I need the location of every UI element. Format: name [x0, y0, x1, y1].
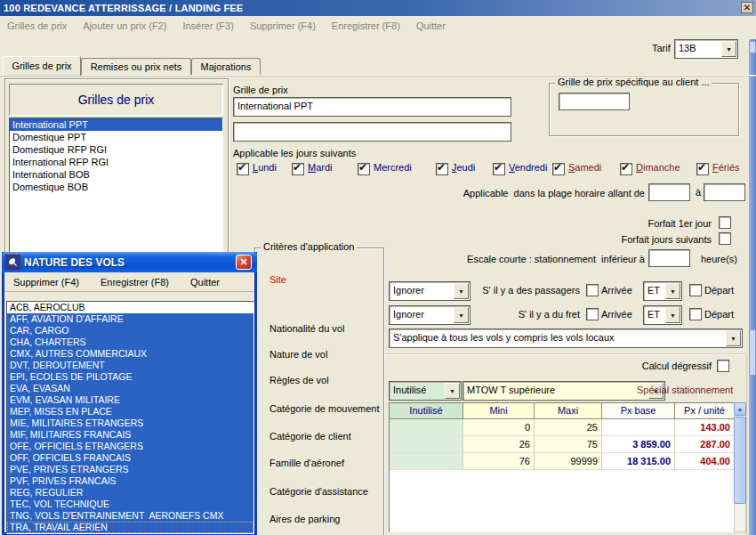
list-item[interactable]: PVE, PRIVES ETRANGERS: [7, 464, 253, 475]
list-item[interactable]: DVT, DEROUTEMENT: [7, 360, 253, 371]
col-header-mini[interactable]: Mini: [463, 403, 535, 419]
criteria-link-site[interactable]: Site: [269, 274, 286, 285]
fret-arrivee-checkbox[interactable]: [586, 308, 599, 320]
nature-menu-quitter[interactable]: Quitter: [190, 277, 220, 288]
pax-operator-select[interactable]: ET▼: [643, 281, 682, 301]
pax-mode-select[interactable]: Ignorer▼: [389, 281, 470, 301]
cell-maxi[interactable]: 75: [535, 436, 602, 453]
tab-grilles-de-prix[interactable]: Grilles de prix: [3, 56, 81, 76]
col-header-px-unite[interactable]: Px / unité: [675, 403, 735, 419]
time-from-input[interactable]: [648, 183, 690, 201]
list-item[interactable]: MIE, MILITAIRES ETRANGERS: [7, 417, 253, 429]
cell-mini[interactable]: 26: [463, 436, 535, 453]
main-scrollbar[interactable]: [749, 39, 756, 535]
list-item[interactable]: International PPT: [10, 118, 222, 131]
menu-item-enregistrer[interactable]: Enregistrer (F8): [332, 20, 400, 31]
nature-titlebar[interactable]: NATURE DES VOLS: [2, 252, 257, 272]
list-item[interactable]: EPI, ECOLES DE PILOTAGE: [7, 371, 253, 383]
list-item[interactable]: International BOB: [10, 168, 222, 181]
day-checkbox-samedi[interactable]: [552, 163, 565, 175]
day-checkbox-vendredi[interactable]: [493, 163, 505, 175]
menu-item-supprimer[interactable]: Supprimer (F4): [250, 20, 316, 31]
cell-px-base[interactable]: 3 859.00: [602, 436, 675, 453]
list-item[interactable]: CHA, CHARTERS: [7, 336, 253, 348]
chevron-down-icon[interactable]: ▼: [665, 307, 680, 323]
cell-px-unite[interactable]: 287.00: [675, 436, 735, 453]
list-item[interactable]: TNG, VOLS D'ENTRAINEMENT AERONEFS CMX: [7, 510, 253, 522]
list-item[interactable]: Domestique BOB: [10, 181, 222, 193]
cell-maxi[interactable]: 25: [535, 419, 602, 436]
cell-px-base[interactable]: [602, 419, 675, 436]
criteria-link-aires-de-parking[interactable]: Aires de parking: [269, 514, 341, 524]
tarif-select[interactable]: 13B ▼: [674, 39, 738, 59]
list-item[interactable]: CAR, CARGO: [7, 325, 253, 336]
vols-scope-select[interactable]: S'applique à tous les vols y compris les…: [389, 328, 743, 348]
table-scrollbar-thumb[interactable]: [734, 417, 746, 504]
cell-mini[interactable]: 0: [463, 419, 535, 436]
list-item[interactable]: ACB, AEROCLUB: [7, 302, 253, 313]
close-icon[interactable]: ✕: [236, 255, 252, 270]
tab-majorations[interactable]: Majorations: [191, 58, 261, 76]
mtow-select[interactable]: MTOW T supérieure▼: [462, 381, 665, 401]
menu-item-inserer[interactable]: Insérer (F3): [182, 20, 233, 31]
forfait-next-checkbox[interactable]: [719, 232, 731, 245]
chevron-down-icon[interactable]: ▼: [726, 330, 741, 346]
menu-item-grilles[interactable]: Grilles de prix: [7, 20, 67, 31]
cell-inutilise[interactable]: [390, 419, 463, 436]
cell-px-base[interactable]: 18 315.00: [602, 453, 675, 470]
day-checkbox-jeudi[interactable]: [436, 163, 448, 175]
list-item[interactable]: MEP, MISES EN PLACE: [7, 406, 253, 417]
unused-select[interactable]: Inutilisé▼: [389, 381, 462, 401]
list-item[interactable]: TEC, VOL TECHNIQUE: [7, 499, 253, 510]
day-checkbox-mardi[interactable]: [292, 163, 304, 175]
col-header-px-base[interactable]: Px base: [602, 403, 675, 419]
nature-menu-supprimer[interactable]: Supprimer (F4): [13, 277, 79, 288]
list-item[interactable]: CMX, AUTRES COMMERCIAUX: [7, 348, 253, 360]
pax-arrivee-checkbox[interactable]: [586, 284, 599, 296]
menu-item-quitter[interactable]: Quitter: [416, 20, 446, 31]
fret-operator-select[interactable]: ET▼: [643, 305, 682, 325]
list-item[interactable]: MIF, MILITAIRES FRANCAIS: [7, 429, 253, 441]
fret-depart-checkbox[interactable]: [689, 308, 702, 320]
client-grid-input[interactable]: [559, 93, 630, 110]
menu-item-ajouter[interactable]: Ajouter un prix (F2): [83, 20, 166, 31]
chevron-down-icon[interactable]: ▼: [665, 283, 680, 299]
list-item[interactable]: AFF, AVIATION D'AFFAIRE: [7, 313, 253, 325]
day-checkbox-mercredi[interactable]: [358, 163, 370, 175]
tab-remises-ou-prix-nets[interactable]: Remises ou prix nets: [81, 58, 191, 76]
close-icon[interactable]: ✕: [741, 2, 753, 13]
scroll-up-icon[interactable]: ▲: [734, 402, 746, 416]
list-item[interactable]: International RFP RGI: [10, 156, 222, 168]
criteria-link-categorie-assistance[interactable]: Catégorie d'assistance: [269, 486, 368, 497]
list-item[interactable]: OFE, OFFICIELS ETRANGERS: [7, 441, 253, 452]
criteria-link-categorie-client[interactable]: Catégorie de client: [269, 431, 351, 442]
list-item[interactable]: OFF, OFFICIELS FRANCAIS: [7, 452, 253, 464]
escale-input[interactable]: [648, 249, 690, 267]
day-checkbox-feries[interactable]: [696, 163, 709, 175]
cell-px-unite[interactable]: 143.00: [675, 419, 735, 436]
main-scrollbar-up[interactable]: [749, 41, 756, 53]
list-item[interactable]: REG, REGULIER: [7, 487, 253, 499]
criteria-link-categorie-mouvement[interactable]: Catégorie de mouvement: [269, 403, 380, 414]
list-item[interactable]: EVM, EVASAN MILITAIRE: [7, 394, 253, 406]
cell-mini[interactable]: 76: [463, 453, 535, 470]
time-to-input[interactable]: [704, 183, 745, 201]
main-scrollbar-thumb[interactable]: [749, 329, 756, 376]
col-header-maxi[interactable]: Maxi: [535, 403, 602, 419]
criteria-link-nationalite[interactable]: Nationalité du vol: [269, 323, 344, 334]
list-item[interactable]: TRA, TRAVAIL AERIEN: [7, 522, 253, 533]
pax-depart-checkbox[interactable]: [689, 284, 702, 296]
criteria-link-nature-de-vol[interactable]: Nature de vol: [269, 349, 327, 360]
list-item[interactable]: EVA, EVASAN: [7, 383, 253, 394]
grid-name-input-2[interactable]: [233, 122, 511, 142]
day-checkbox-lundi[interactable]: [237, 163, 249, 175]
list-item[interactable]: Domestique PPT: [10, 131, 222, 143]
forfait-first-checkbox[interactable]: [719, 216, 731, 229]
grid-name-input[interactable]: International PPT: [233, 97, 511, 117]
chevron-down-icon[interactable]: ▼: [445, 383, 460, 399]
day-checkbox-dimanche[interactable]: [620, 163, 632, 175]
col-header-inutilise[interactable]: Inutilisé: [390, 403, 463, 419]
calc-degressif-checkbox[interactable]: [717, 360, 729, 372]
nature-menu-enregistrer[interactable]: Enregistrer (F8): [101, 277, 169, 288]
criteria-link-regles-de-vol[interactable]: Règles de vol: [269, 375, 329, 385]
